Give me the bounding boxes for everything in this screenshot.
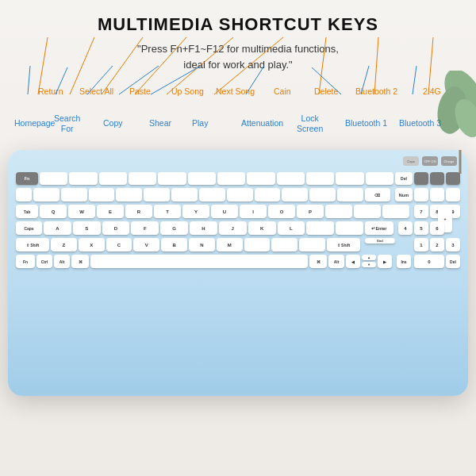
minus-key[interactable] xyxy=(309,188,336,202)
f9-key[interactable] xyxy=(277,172,305,185)
numdel-key[interactable]: Del xyxy=(446,255,460,268)
b-key[interactable]: B xyxy=(161,238,187,251)
s-key[interactable]: S xyxy=(73,221,101,235)
alt-key[interactable]: Alt xyxy=(54,255,70,268)
ins-key[interactable]: Ins xyxy=(397,255,411,268)
bt2-key[interactable] xyxy=(430,172,444,185)
v-key[interactable]: V xyxy=(133,238,159,251)
1-key[interactable] xyxy=(33,188,60,202)
i-key[interactable]: I xyxy=(240,205,267,218)
comma-key[interactable] xyxy=(244,238,271,251)
label-bluetooth1: Bluetooth 1 xyxy=(345,118,387,129)
backslash-key[interactable] xyxy=(382,205,409,218)
numslash-key[interactable] xyxy=(414,188,428,202)
f12-key[interactable] xyxy=(366,172,393,185)
f11-key[interactable] xyxy=(336,172,363,185)
num2-key[interactable]: 2 xyxy=(430,238,444,251)
enter-key[interactable]: ↵Enter xyxy=(365,221,393,235)
5-key[interactable] xyxy=(144,188,170,202)
r-key[interactable]: R xyxy=(125,205,152,218)
f-key[interactable]: F xyxy=(131,221,159,235)
f8-key[interactable] xyxy=(247,172,274,185)
f1-key[interactable] xyxy=(40,172,67,185)
a-key[interactable]: A xyxy=(44,221,71,235)
quote-key[interactable] xyxy=(336,221,363,235)
o-key[interactable]: O xyxy=(268,205,295,218)
l-key[interactable]: L xyxy=(278,221,305,235)
label-select-all: Select All xyxy=(79,86,113,97)
num0-key[interactable]: 0 xyxy=(414,255,444,268)
p-key[interactable]: P xyxy=(297,205,324,218)
spacebar-key[interactable] xyxy=(90,255,308,268)
f10-key[interactable] xyxy=(306,172,334,185)
k-key[interactable]: K xyxy=(248,221,276,235)
cmd-key[interactable]: ⌘ xyxy=(71,255,89,268)
7-key[interactable] xyxy=(199,188,225,202)
numstar-key[interactable] xyxy=(430,188,444,202)
label-next-song: Next Song xyxy=(216,86,255,97)
period-key[interactable] xyxy=(271,238,298,251)
rcmd-key[interactable]: ⌘ xyxy=(309,255,327,268)
rshift-key[interactable]: ⇧ Shift xyxy=(327,238,360,251)
d-key[interactable]: D xyxy=(102,221,130,235)
lshift-key[interactable]: ⇧ Shift xyxy=(16,238,49,251)
8-key[interactable] xyxy=(227,188,253,202)
2-key[interactable] xyxy=(61,188,87,202)
y-key[interactable]: Y xyxy=(182,205,209,218)
num4-key[interactable]: 4 xyxy=(398,221,413,235)
n-key[interactable]: N xyxy=(189,238,215,251)
f2-key[interactable] xyxy=(69,172,97,185)
numlock-key[interactable]: Num xyxy=(395,188,413,202)
numminus-key[interactable] xyxy=(446,188,460,202)
bt1-key[interactable] xyxy=(414,172,428,185)
9-key[interactable] xyxy=(255,188,281,202)
0-key[interactable] xyxy=(282,188,308,202)
equals-key[interactable] xyxy=(337,188,363,202)
num3-key[interactable]: 3 xyxy=(446,238,460,251)
f7-key[interactable] xyxy=(217,172,245,185)
num6-key[interactable]: 6 xyxy=(430,221,444,235)
u-key[interactable]: U xyxy=(211,205,238,218)
semicolon-key[interactable] xyxy=(306,221,334,235)
ralt-key[interactable]: Alt xyxy=(328,255,344,268)
m-key[interactable]: M xyxy=(217,238,243,251)
x-key[interactable]: X xyxy=(79,238,105,251)
up-key[interactable]: ▲ xyxy=(362,255,376,260)
ctrl-key[interactable]: Ctrl xyxy=(36,255,52,268)
fn2-key[interactable]: Fn xyxy=(16,255,35,268)
e-key[interactable]: E xyxy=(97,205,124,218)
z-key[interactable]: Z xyxy=(51,238,77,251)
6-key[interactable] xyxy=(171,188,198,202)
lbracket-key[interactable] xyxy=(325,205,352,218)
num5-key[interactable]: 5 xyxy=(414,221,428,235)
t-key[interactable]: T xyxy=(154,205,181,218)
q-key[interactable]: Q xyxy=(40,205,67,218)
num1-key[interactable]: 1 xyxy=(414,238,428,251)
h-key[interactable]: H xyxy=(190,221,217,235)
left-key[interactable]: ◀ xyxy=(346,255,360,268)
c-key[interactable]: C xyxy=(106,238,132,251)
delete-key[interactable]: Del xyxy=(395,172,413,185)
right-key[interactable]: ▶ xyxy=(378,255,392,268)
f6-key[interactable] xyxy=(188,172,216,185)
j-key[interactable]: J xyxy=(219,221,247,235)
4-key[interactable] xyxy=(116,188,142,202)
fn-key[interactable]: Fn xyxy=(16,172,38,185)
f4-key[interactable] xyxy=(129,172,156,185)
bt3-key[interactable] xyxy=(446,172,460,185)
slash-key[interactable] xyxy=(299,238,325,251)
3-key[interactable] xyxy=(89,188,115,202)
backspace-key[interactable]: ⌫ xyxy=(365,188,390,202)
label-homepage: Homepage xyxy=(14,118,55,129)
w-key[interactable]: W xyxy=(68,205,95,218)
rbracket-key[interactable] xyxy=(354,205,381,218)
f5-key[interactable] xyxy=(158,172,186,185)
tilde-key[interactable] xyxy=(16,188,32,202)
num7-key[interactable]: 7 xyxy=(414,205,428,218)
end-key[interactable]: End xyxy=(365,238,395,244)
tab-key[interactable]: Tab xyxy=(16,205,38,218)
g-key[interactable]: G xyxy=(160,221,188,235)
f3-key[interactable] xyxy=(99,172,127,185)
capslock-key[interactable]: Caps xyxy=(16,221,42,235)
down-key[interactable]: ▼ xyxy=(362,262,376,267)
